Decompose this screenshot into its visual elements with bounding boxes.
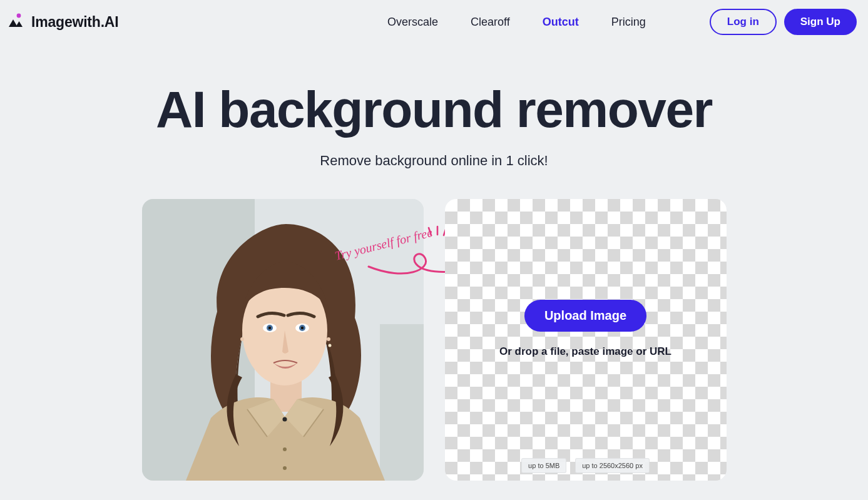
svg-point-12 — [240, 337, 244, 341]
svg-point-11 — [300, 327, 303, 329]
limit-dims: up to 2560x2560 px — [575, 458, 650, 473]
upload-button[interactable]: Upload Image — [524, 300, 646, 332]
login-button[interactable]: Log in — [710, 9, 777, 35]
svg-point-16 — [283, 447, 287, 451]
nav-overscale[interactable]: Overscale — [387, 16, 438, 29]
svg-line-18 — [429, 228, 431, 235]
brand-text: Imagewith.AI — [31, 14, 118, 31]
svg-point-14 — [328, 344, 331, 347]
nav-pricing[interactable]: Pricing — [611, 16, 646, 29]
signup-button[interactable]: Sign Up — [784, 9, 857, 35]
example-image-panel — [142, 199, 424, 481]
svg-point-17 — [283, 466, 287, 470]
nav-clearoff[interactable]: Clearoff — [471, 16, 510, 29]
upload-limits: up to 5MB up to 2560x2560 px — [521, 458, 650, 481]
upload-center: Upload Image Or drop a file, paste image… — [499, 199, 671, 458]
nav-outcut[interactable]: Outcut — [543, 16, 579, 29]
page-subtitle: Remove background online in 1 click! — [0, 153, 868, 169]
auth-buttons: Log in Sign Up — [710, 9, 857, 35]
panels: Try yourself for free Upload Image Or dr… — [0, 199, 868, 481]
drop-hint: Or drop a file, paste image or URL — [499, 345, 671, 358]
logo[interactable]: Imagewith.AI — [6, 13, 118, 31]
page-title: AI background remover — [0, 80, 868, 139]
hero: AI background remover Remove background … — [0, 80, 868, 169]
limit-size: up to 5MB — [521, 458, 566, 473]
svg-rect-3 — [380, 324, 424, 481]
logo-icon — [6, 13, 25, 31]
header: Imagewith.AI Overscale Clearoff Outcut P… — [0, 0, 868, 44]
svg-point-0 — [17, 14, 21, 18]
svg-point-10 — [268, 327, 270, 329]
example-portrait — [142, 199, 424, 481]
main-nav: Overscale Clearoff Outcut Pricing Log in… — [387, 9, 857, 35]
svg-point-15 — [282, 417, 287, 422]
upload-panel[interactable]: Upload Image Or drop a file, paste image… — [445, 199, 727, 481]
svg-point-13 — [327, 337, 330, 341]
